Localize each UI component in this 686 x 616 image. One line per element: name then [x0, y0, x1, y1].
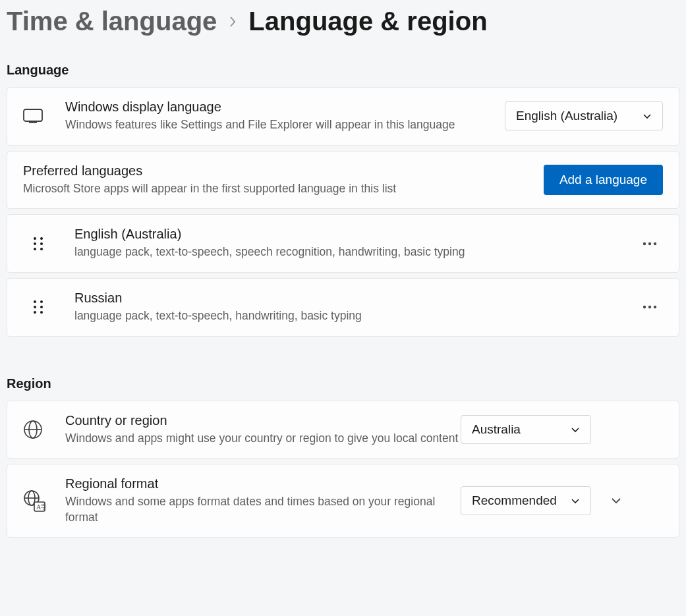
regional-format-title: Regional format — [65, 476, 461, 491]
regional-format-select[interactable]: Recommended — [461, 486, 591, 515]
display-language-title: Windows display language — [65, 99, 505, 115]
preferred-languages-card: Preferred languages Microsoft Store apps… — [7, 151, 679, 210]
preferred-languages-subtitle: Microsoft Store apps will appear in the … — [23, 181, 544, 197]
svg-point-7 — [40, 248, 43, 250]
language-item-features: language pack, text-to-speech, handwriti… — [74, 308, 637, 324]
more-options-button[interactable] — [637, 305, 663, 309]
svg-point-9 — [648, 242, 651, 244]
preferred-languages-title: Preferred languages — [23, 163, 544, 179]
svg-point-5 — [40, 242, 43, 245]
svg-point-12 — [40, 300, 43, 303]
regional-format-card: A字 Regional format Windows and some apps… — [7, 464, 679, 538]
more-options-button[interactable] — [637, 242, 663, 246]
svg-point-16 — [40, 311, 43, 314]
svg-point-11 — [34, 300, 36, 303]
globe-text-icon: A字 — [23, 490, 52, 512]
breadcrumb: Time & language Language & region — [7, 7, 679, 36]
regional-format-value: Recommended — [472, 493, 557, 508]
display-language-subtitle: Windows features like Settings and File … — [65, 117, 505, 133]
display-language-select[interactable]: English (Australia) — [505, 101, 663, 130]
svg-point-10 — [654, 242, 656, 244]
svg-point-3 — [40, 237, 43, 240]
add-language-button[interactable]: Add a language — [544, 165, 663, 195]
drag-handle-icon[interactable] — [32, 235, 61, 252]
chevron-down-icon — [643, 111, 652, 121]
country-region-card: Country or region Windows and apps might… — [7, 401, 679, 459]
svg-text:A字: A字 — [36, 503, 45, 511]
language-item-features: language pack, text-to-speech, speech re… — [74, 244, 637, 260]
display-icon — [23, 109, 52, 123]
svg-point-2 — [34, 237, 36, 240]
svg-point-18 — [648, 306, 651, 308]
section-heading-region: Region — [7, 376, 679, 391]
display-language-value: English (Australia) — [516, 109, 617, 123]
section-heading-language: Language — [7, 63, 679, 78]
drag-handle-icon[interactable] — [32, 298, 61, 316]
language-item: Russian language pack, text-to-speech, h… — [7, 278, 679, 337]
chevron-right-icon — [229, 15, 237, 28]
svg-rect-0 — [24, 109, 42, 121]
svg-point-17 — [643, 306, 646, 308]
svg-point-8 — [643, 242, 646, 244]
regional-format-subtitle: Windows and some apps format dates and t… — [65, 494, 461, 525]
svg-point-14 — [40, 306, 43, 308]
expand-button[interactable] — [604, 497, 628, 505]
svg-point-19 — [654, 306, 656, 308]
svg-point-4 — [34, 242, 36, 245]
country-region-title: Country or region — [65, 413, 461, 428]
page-title: Language & region — [248, 7, 487, 36]
svg-point-13 — [34, 306, 36, 308]
chevron-down-icon — [571, 496, 580, 505]
chevron-down-icon — [571, 425, 580, 434]
language-item-name: Russian — [74, 291, 637, 306]
globe-icon — [23, 420, 52, 439]
language-item-name: English (Australia) — [74, 227, 637, 242]
svg-point-6 — [34, 248, 36, 250]
breadcrumb-parent[interactable]: Time & language — [7, 7, 217, 36]
country-region-select[interactable]: Australia — [461, 415, 591, 444]
display-language-card: Windows display language Windows feature… — [7, 87, 679, 146]
language-item: English (Australia) language pack, text-… — [7, 214, 679, 273]
svg-point-15 — [34, 311, 36, 314]
country-region-value: Australia — [472, 422, 521, 437]
country-region-subtitle: Windows and apps might use your country … — [65, 431, 461, 447]
